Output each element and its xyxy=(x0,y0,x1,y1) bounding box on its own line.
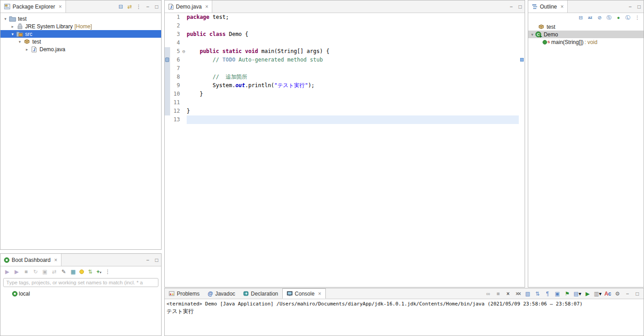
java-file-label: Demo.java xyxy=(38,46,65,53)
outline-method-label: main(String[]) xyxy=(550,39,583,45)
maximize-icon[interactable]: □ xyxy=(152,254,161,266)
launch-icon[interactable]: ▶ xyxy=(584,291,591,297)
tree-item-jre-library[interactable]: ▸ JRE System Library [Home] xyxy=(0,22,161,30)
project-folder-icon xyxy=(9,16,17,22)
public-method-icon xyxy=(543,40,547,44)
word-wrap-icon[interactable]: ¶ xyxy=(544,291,551,297)
boot-dashboard-tree: local xyxy=(0,288,161,297)
clear-console-icon[interactable]: ▧ xyxy=(524,291,531,297)
open-config-icon[interactable]: ✎ xyxy=(61,269,67,275)
collapse-all-icon[interactable]: ⊟ xyxy=(116,0,125,13)
tab-outline[interactable]: Outline × xyxy=(528,0,568,13)
maximize-icon[interactable]: □ xyxy=(152,0,161,13)
remove-launch-icon[interactable]: × xyxy=(504,291,512,297)
minimize-icon[interactable]: − xyxy=(624,291,631,297)
console-output[interactable]: <terminated> Demo [Java Application] /Us… xyxy=(165,299,644,316)
boot-dashboard-view: Boot Dashboard × − □ ▶ ▶ ■ ↻ ▣ ⇄ ✎ ▦ ⇅ +… xyxy=(0,253,162,336)
close-icon[interactable]: × xyxy=(561,4,564,10)
fold-marker-icon[interactable]: ⊖ xyxy=(181,47,187,56)
collapse-all-icon[interactable]: ⊟ xyxy=(578,15,583,21)
minimize-icon[interactable]: − xyxy=(143,254,152,266)
tab-problems[interactable]: Problems xyxy=(165,288,204,299)
display-selected-console-icon[interactable]: ▣ xyxy=(554,291,561,297)
chevron-down-icon[interactable]: ▾ xyxy=(2,17,9,21)
dropdown-icon: ▾ xyxy=(599,291,602,297)
outline-icon xyxy=(532,4,538,9)
remove-all-terminated-icon[interactable]: ×× xyxy=(514,291,521,297)
maximize-icon[interactable]: □ xyxy=(516,0,525,13)
restart-remote-icon[interactable]: ⇅ xyxy=(87,269,93,275)
chevron-down-icon[interactable]: ▾ xyxy=(17,40,23,44)
hide-local-types-icon[interactable]: Ⓛ xyxy=(625,14,631,21)
chevron-down-icon[interactable]: ▾ xyxy=(9,32,16,36)
overflow-menu-icon[interactable]: ⋮ xyxy=(105,269,111,275)
outline-item-class[interactable]: ▾ C ▶ Demo xyxy=(528,31,644,38)
link-dashboard-icon[interactable]: ⇄ xyxy=(51,269,57,275)
chevron-right-icon[interactable]: ▸ xyxy=(9,24,16,29)
ansi-letter-a: A xyxy=(605,291,609,297)
minimize-icon[interactable]: − xyxy=(143,0,152,13)
open-console-button[interactable]: ▤▾ xyxy=(574,291,581,297)
link-with-editor-icon[interactable]: ⇄ xyxy=(125,0,134,13)
current-line-highlight xyxy=(187,115,519,124)
chevron-right-icon[interactable]: ▸ xyxy=(24,47,30,52)
tab-label: Outline xyxy=(540,4,557,10)
tab-declaration[interactable]: Declaration xyxy=(239,288,282,299)
link-icon[interactable]: ∞ xyxy=(485,291,492,297)
ansi-letter-c: c xyxy=(608,291,611,297)
java-file-icon: J xyxy=(168,4,174,10)
filter-input[interactable] xyxy=(3,278,158,287)
add-target-button[interactable]: +▾ xyxy=(96,269,101,275)
local-label: local xyxy=(18,291,30,297)
pin-console-icon[interactable]: ⚑ xyxy=(564,291,571,297)
copy-output-icon: ▥ xyxy=(594,291,599,297)
minimize-icon[interactable]: − xyxy=(626,0,635,13)
lightbulb-icon[interactable] xyxy=(79,270,84,274)
terminate-icon[interactable]: ■ xyxy=(495,291,502,297)
tree-item-java-file[interactable]: ▸ J Demo.java xyxy=(0,45,161,53)
copy-output-button[interactable]: ▥▾ xyxy=(594,291,601,297)
tab-package-explorer[interactable]: Package Explorer × xyxy=(0,0,66,13)
ansi-console-icon[interactable]: Ac xyxy=(605,291,611,297)
tree-item-local[interactable]: local xyxy=(0,290,161,297)
hide-static-members-icon[interactable]: Ⓢ xyxy=(606,14,612,21)
properties-icon[interactable]: ▦ xyxy=(70,269,76,275)
run-icon[interactable]: ▶ xyxy=(4,269,10,275)
sort-icon[interactable]: az xyxy=(587,15,593,20)
view-menu-icon[interactable]: ⋮ xyxy=(134,0,143,13)
console-icon xyxy=(287,291,293,296)
scroll-lock-icon[interactable]: ⇅ xyxy=(534,291,541,297)
chevron-down-icon[interactable]: ▾ xyxy=(529,32,535,37)
tree-item-package[interactable]: ▾ test xyxy=(0,38,161,45)
preferences-gear-icon[interactable]: ⚙ xyxy=(614,291,621,297)
package-explorer-tree: ▾ test ▸ JRE System Library [Home] ▾ src… xyxy=(0,13,161,53)
relaunch-icon[interactable]: ↻ xyxy=(32,269,39,275)
view-menu-icon[interactable]: ⋮ xyxy=(635,15,640,21)
maximize-icon[interactable]: □ xyxy=(635,0,644,13)
close-icon[interactable]: × xyxy=(54,257,57,263)
method-return-type: : void xyxy=(583,39,597,45)
outline-item-package[interactable]: test xyxy=(528,23,644,31)
dropdown-icon: ▾ xyxy=(100,270,101,274)
overview-ruler-task-marker[interactable] xyxy=(520,58,524,62)
tab-boot-dashboard[interactable]: Boot Dashboard × xyxy=(0,254,61,266)
tab-javadoc[interactable]: @ Javadoc xyxy=(204,288,239,299)
close-icon[interactable]: × xyxy=(59,4,62,10)
hide-fields-icon[interactable]: ⊘ xyxy=(597,15,602,21)
stop-icon[interactable]: ■ xyxy=(23,269,29,275)
code-editor[interactable]: 1package test; 2 3public class Demo { 4 … xyxy=(165,13,525,287)
close-icon[interactable]: × xyxy=(318,291,321,297)
maximize-icon[interactable]: □ xyxy=(634,291,641,297)
close-icon[interactable]: × xyxy=(205,4,208,10)
code-line-current: 13 xyxy=(165,115,525,124)
open-console-icon[interactable]: ▣ xyxy=(42,269,48,275)
outline-item-method[interactable]: S main(String[]) : void xyxy=(528,38,644,46)
tree-item-src[interactable]: ▾ src xyxy=(0,30,161,38)
tab-demo-java[interactable]: J Demo.java × xyxy=(165,0,212,13)
tab-console[interactable]: Console × xyxy=(282,288,326,299)
code-line: 2 xyxy=(165,22,525,30)
hide-non-public-icon[interactable]: ● xyxy=(616,15,621,20)
tree-item-project[interactable]: ▾ test xyxy=(0,15,161,22)
minimize-icon[interactable]: − xyxy=(507,0,516,13)
debug-icon[interactable]: ▶ xyxy=(13,269,20,275)
